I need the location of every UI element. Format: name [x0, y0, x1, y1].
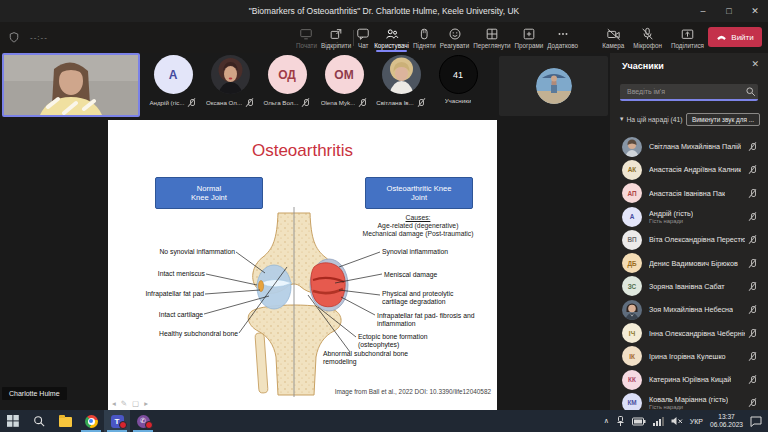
participant-name: Світлана Михайлівна Палій	[649, 142, 741, 151]
camera-label: Камера	[602, 42, 624, 49]
pen-icon[interactable]: ✎	[121, 399, 127, 408]
diagram-label: Ectopic bone formation (osteophytes)	[358, 333, 444, 349]
tab-chat[interactable]: Чат	[354, 25, 372, 50]
tab-react[interactable]: Реагувати	[438, 25, 471, 50]
diagram-label: Meniscal damage	[384, 271, 484, 279]
windows-taskbar: T ✆ ∧ УКР 13:37 06.06.2023	[0, 410, 768, 432]
participant-name: Зоя Михайлівна Небесна	[649, 305, 733, 314]
filmstrip-tile[interactable]: Оксана Ол...	[205, 55, 255, 119]
box-text: Joint	[411, 193, 427, 203]
mic-muted-icon	[747, 141, 757, 152]
participant-row[interactable]: КК Катерина Юріївна Кицай	[610, 368, 768, 391]
participant-row[interactable]: ЗС Зоряна Іванівна Сабат	[610, 275, 768, 298]
participant-row[interactable]: ВП Віта Олександрівна Перестюк	[610, 228, 768, 251]
self-avatar-photo	[536, 68, 572, 104]
participant-row[interactable]: КМ Коваль Маріанна (гість)Гість наради	[610, 391, 768, 410]
avatar: ДБ	[622, 253, 642, 273]
maximize-button[interactable]: □	[716, 0, 742, 22]
filmstrip-tile[interactable]: А Андрій (гіс...	[148, 55, 198, 119]
speaker-video-tile[interactable]	[2, 53, 140, 117]
tab-label: Реагувати	[440, 42, 469, 49]
viber-app-icon[interactable]: ✆	[130, 410, 156, 432]
avatar-photo	[622, 300, 642, 320]
mic-muted-icon	[301, 97, 311, 108]
network-icon[interactable]	[653, 417, 664, 426]
tab-label: Почати	[296, 42, 317, 49]
tab-view[interactable]: Переглянути	[471, 25, 512, 50]
participant-row[interactable]: Світлана Михайлівна Палій	[610, 135, 768, 158]
speaker-muted-icon[interactable]	[671, 416, 683, 426]
section-label-text: На цій нараді (41)	[626, 116, 682, 123]
participant-row[interactable]: АП Анастасія Іванівна Пак	[610, 182, 768, 205]
chat-icon	[356, 27, 370, 41]
slide-menu-icon[interactable]: ▢	[132, 399, 139, 408]
tab-more[interactable]: Додатково	[545, 25, 580, 50]
avatar: ОД	[268, 55, 307, 94]
share-button[interactable]: Поділитися	[671, 27, 704, 49]
search-input[interactable]	[625, 87, 745, 96]
language-indicator[interactable]: УКР	[690, 418, 703, 425]
mic-muted-icon	[747, 328, 757, 339]
diagram-label: Infrapatellar fat pad	[104, 290, 204, 298]
participant-name: Андрій (гість)	[649, 209, 693, 218]
tab-start[interactable]: Почати	[294, 25, 319, 50]
minimize-button[interactable]: –	[690, 0, 716, 22]
mic-muted-icon	[747, 234, 757, 245]
camera-toggle[interactable]: Камера	[602, 27, 624, 49]
teams-app-icon[interactable]: T	[104, 410, 130, 432]
mic-muted-icon	[244, 97, 254, 108]
participant-row[interactable]: ІЧ Інна Олександрівна Чеберніна	[610, 321, 768, 344]
section-label[interactable]: ▾На цій нараді (41)	[620, 115, 683, 123]
action-center-icon[interactable]	[750, 416, 762, 427]
caret-down-icon: ▾	[620, 115, 623, 123]
participant-list: Світлана Михайлівна Палій АК Анастасія А…	[610, 135, 768, 410]
mic-muted-icon	[747, 374, 757, 385]
tab-unpin[interactable]: Відкріпити	[319, 25, 353, 50]
tab-raise-hand[interactable]: Підняти	[411, 25, 438, 50]
taskbar-clock[interactable]: 13:37 06.06.2023	[710, 413, 743, 429]
mic-muted-icon	[747, 258, 757, 269]
tab-label: Підняти	[413, 42, 436, 49]
participants-count-tile[interactable]: 41 Учасники	[433, 55, 483, 119]
tab-label: Переглянути	[473, 42, 510, 49]
search-icon	[745, 86, 756, 97]
leave-meeting-button[interactable]: Вийти	[708, 27, 762, 47]
avatar-photo	[211, 55, 250, 94]
participant-row[interactable]: АК Анастасія Андріївна Калник	[610, 158, 768, 181]
speaker-video	[4, 55, 138, 115]
participant-row[interactable]: Зоя Михайлівна Небесна	[610, 298, 768, 321]
filmstrip-tile[interactable]: Світлана Ів...	[376, 55, 426, 119]
file-explorer-icon[interactable]	[52, 410, 78, 432]
mute-all-button[interactable]: Вимкнути звук для ...	[686, 113, 760, 126]
diagram-label: Synovial inflammation	[382, 248, 482, 256]
participant-search[interactable]	[620, 84, 758, 101]
diagram-label: Abnormal subchondral bone remodeling	[323, 350, 415, 366]
share-icon	[680, 27, 695, 41]
prev-slide-icon[interactable]: ◂	[112, 399, 116, 408]
filmstrip-tile[interactable]: ОМ Olena Myk...	[319, 55, 369, 119]
taskbar-search-icon[interactable]	[26, 410, 52, 432]
avatar: А	[622, 207, 642, 227]
chevron-up-icon[interactable]: ∧	[604, 417, 609, 425]
filmstrip-tile[interactable]: ОД Ольга Вол...	[262, 55, 312, 119]
participant-row[interactable]: ІК Ірина Ігорівна Кулешко	[610, 345, 768, 368]
close-button[interactable]: ✕	[742, 0, 768, 22]
panel-close-icon[interactable]: ✕	[751, 59, 759, 69]
tab-apps[interactable]: Програми	[513, 25, 546, 50]
mic-toggle[interactable]: Мікрофон	[633, 27, 662, 49]
participant-row[interactable]: А Андрій (гість)Гість наради	[610, 205, 768, 228]
battery-icon[interactable]	[632, 417, 646, 426]
mic-muted-icon	[747, 397, 757, 408]
avatar: ІК	[622, 346, 642, 366]
mic-muted-icon	[747, 281, 757, 292]
section-row: ▾На цій нараді (41) Вимкнути звук для ..…	[620, 111, 760, 127]
chrome-icon[interactable]	[78, 410, 104, 432]
next-slide-icon[interactable]: ▸	[144, 399, 148, 408]
diagram-label: Intact meniscus	[105, 270, 205, 278]
participant-row[interactable]: ДБ Денис Вадимович Бірюков	[610, 251, 768, 274]
start-button[interactable]	[0, 410, 26, 432]
pin-icon[interactable]	[616, 416, 625, 427]
participant-name: Olena Myk...	[321, 99, 356, 106]
tab-participants[interactable]: Користувачі	[372, 25, 411, 50]
self-view-tile[interactable]	[499, 56, 608, 116]
